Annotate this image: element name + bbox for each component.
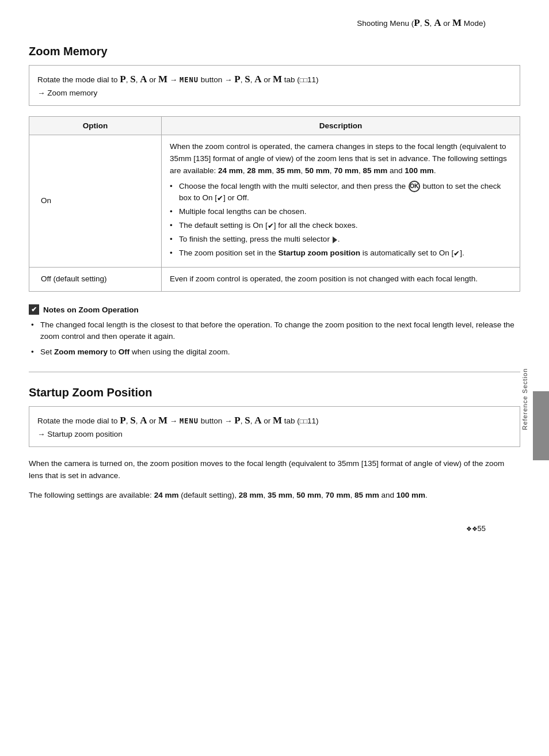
notes-header: ✔ Notes on Zoom Operation [29,304,520,315]
sidebar-label: Reference Section [521,368,528,430]
note-1: The changed focal length is the closest … [31,319,520,343]
bullet-2: Multiple focal lengths can be chosen. [170,206,512,218]
bullet-1: Choose the focal length with the multi s… [170,181,512,205]
page-num-icon: ❖❖ [466,525,478,532]
sidebar-tab [533,391,549,460]
startup-zoom-nav-box: Rotate the mode dial to P, S, A or M → M… [29,406,520,447]
notes-title: Notes on Zoom Operation [43,306,139,314]
nav-line1: Rotate the mode dial to P, S, A or M → M… [37,71,512,87]
on-bullets: Choose the focal length with the multi s… [170,181,512,260]
notes-list: The changed focal length is the closest … [31,319,520,358]
col-description-header: Description [162,116,520,135]
page-num-value: 55 [478,524,486,533]
option-off: Off (default setting) [29,268,162,292]
zoom-memory-table: Option Description On When the zoom cont… [29,116,520,292]
zoom-memory-nav-box: Rotate the mode dial to P, S, A or M → M… [29,65,520,106]
startup-body1: When the camera is turned on, the zoom p… [29,457,520,482]
startup-nav-line2: → Startup zoom position [37,428,512,441]
table-row-on: On When the zoom control is operated, th… [29,135,520,267]
table-row-off: Off (default setting) Even if zoom contr… [29,268,520,292]
note-2: Set Zoom memory to Off when using the di… [31,346,520,358]
ok-icon: OK [409,181,420,192]
desc-intro: When the zoom control is operated, the c… [170,142,507,175]
section-divider [29,372,520,372]
startup-zoom-section: Startup Zoom Position Rotate the mode di… [29,386,520,502]
startup-nav-line1: Rotate the mode dial to P, S, A or M → M… [37,413,512,428]
bullet-5: The zoom position set in the Startup zoo… [170,247,512,259]
page-number: ❖❖55 [29,524,520,533]
page-header: Shooting Menu (P, S, A or M Mode) [29,17,520,29]
header-text: Shooting Menu (P, S, A or M Mode) [357,19,486,28]
startup-body2: The following settings are available: 24… [29,489,520,502]
notes-section: ✔ Notes on Zoom Operation The changed fo… [29,304,520,358]
bullet-4: To finish the setting, press the multi s… [170,234,512,246]
col-option-header: Option [29,116,162,135]
zoom-memory-section: Zoom Memory Rotate the mode dial to P, S… [29,45,520,292]
page: Shooting Menu (P, S, A or M Mode) Zoom M… [0,0,549,562]
nav-line2: → Zoom memory [37,87,512,100]
description-on: When the zoom control is operated, the c… [162,135,520,267]
startup-zoom-title: Startup Zoom Position [29,386,520,399]
zoom-memory-title: Zoom Memory [29,45,520,58]
option-on: On [29,135,162,267]
description-off: Even if zoom control is operated, the zo… [162,268,520,292]
notes-check-icon: ✔ [29,304,39,315]
bullet-3: The default setting is On [✔] for all th… [170,220,512,232]
